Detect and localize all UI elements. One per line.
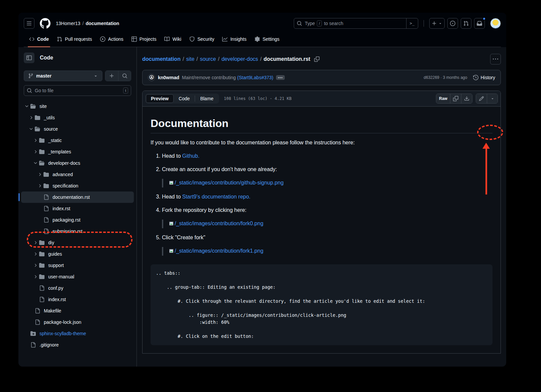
edit-dropdown-button[interactable] xyxy=(487,94,498,103)
issues-button[interactable] xyxy=(447,18,458,29)
hamburger-menu-button[interactable] xyxy=(24,18,34,29)
tree-item-submission-rst[interactable]: submission.rst xyxy=(21,226,134,237)
file-icon xyxy=(30,342,36,348)
rst-code-block[interactable]: .. tabs:: .. group-tab:: Editing an exis… xyxy=(151,264,492,345)
folder-icon xyxy=(39,149,44,154)
search-icon xyxy=(122,73,127,79)
tree-item-gitignore[interactable]: .gitignore xyxy=(21,339,134,351)
tab-security[interactable]: Security xyxy=(187,31,217,47)
chevron-down-icon[interactable] xyxy=(24,104,29,109)
tree-item-specification[interactable]: specification xyxy=(21,180,134,191)
branch-selector[interactable]: master xyxy=(24,71,102,81)
tab-code-view[interactable]: Code xyxy=(174,94,195,103)
download-raw-button[interactable] xyxy=(461,94,472,103)
edit-file-button[interactable] xyxy=(476,94,487,103)
breadcrumb-site-link[interactable]: site xyxy=(186,56,194,62)
repo-owner-link[interactable]: 13Homer13 xyxy=(56,21,80,26)
tree-item-site[interactable]: site xyxy=(21,101,134,112)
tree-item-index-rst-2[interactable]: index.rst xyxy=(21,294,134,305)
breadcrumb-current-file: documentation.rst xyxy=(264,56,310,62)
repo-context-breadcrumb: 13Homer13 / documentation xyxy=(56,21,119,26)
tab-code[interactable]: Code xyxy=(26,31,52,47)
broken-image-icon xyxy=(169,221,174,226)
global-search-input[interactable]: Type / to search >_ xyxy=(294,18,418,29)
commit-ellipsis-button[interactable]: ••• xyxy=(276,75,285,80)
tab-settings[interactable]: Settings xyxy=(252,31,282,47)
caret-down-icon xyxy=(490,97,494,101)
tab-pull-requests[interactable]: Pull requests xyxy=(54,31,95,47)
breadcrumb-source-link[interactable]: source xyxy=(200,56,216,62)
tree-item-package-lock-json[interactable]: package-lock.json xyxy=(21,316,134,328)
file-icon xyxy=(39,285,44,291)
chevron-right-icon[interactable] xyxy=(37,172,42,177)
tree-item-user-manual[interactable]: user-manual xyxy=(21,271,134,282)
tab-blame[interactable]: Blame xyxy=(195,94,218,103)
tree-item-static[interactable]: _static xyxy=(21,135,134,146)
collapse-sidebar-button[interactable] xyxy=(24,52,34,63)
search-tree-button[interactable] xyxy=(118,71,131,81)
tree-item-advanced[interactable]: advanced xyxy=(21,169,134,180)
chevron-right-icon[interactable] xyxy=(33,263,38,268)
start9-docs-repo-link[interactable]: Start9's documentation repo. xyxy=(182,194,250,200)
chevron-right-icon[interactable] xyxy=(33,149,38,154)
tree-item-sphinx-scylladb-theme[interactable]: sphinx-scylladb-theme xyxy=(21,328,134,339)
commit-author-link[interactable]: kn0wmad xyxy=(158,75,179,80)
tree-item-documentation-rst[interactable]: documentation.rst xyxy=(21,191,134,203)
chevron-right-icon[interactable] xyxy=(33,138,38,143)
copy-path-button[interactable] xyxy=(314,56,320,62)
create-new-button[interactable] xyxy=(429,18,445,29)
tree-item-developer-docs[interactable]: developer-docs xyxy=(21,157,134,169)
tab-insights[interactable]: Insights xyxy=(219,31,249,47)
history-button[interactable]: History xyxy=(473,75,495,80)
tree-item-packaging-rst[interactable]: packaging.rst xyxy=(21,214,134,226)
list-item: Head to Github. xyxy=(162,152,492,160)
add-file-button[interactable] xyxy=(105,71,118,81)
file-icon xyxy=(43,217,49,223)
chevron-right-icon[interactable] xyxy=(37,183,42,188)
slash-key-hint: / xyxy=(317,20,322,26)
chevron-right-icon[interactable] xyxy=(33,274,38,279)
tree-item-source[interactable]: source xyxy=(21,123,134,135)
folder-icon xyxy=(39,251,44,257)
list-item: Create an account if you don't have one … xyxy=(162,165,492,187)
chevron-right-icon[interactable] xyxy=(33,252,38,256)
copy-raw-button[interactable] xyxy=(450,94,461,103)
commit-sha-age[interactable]: d632269 · 3 months ago xyxy=(424,75,467,80)
github-link[interactable]: Github. xyxy=(182,153,199,159)
chevron-down-icon[interactable] xyxy=(33,161,38,165)
tab-actions[interactable]: Actions xyxy=(97,31,126,47)
tab-preview[interactable]: Preview xyxy=(146,94,174,103)
image-path-link[interactable]: /_static/images/contribution/fork0.png xyxy=(169,220,263,228)
chevron-right-icon[interactable] xyxy=(29,115,33,120)
tree-item-guides[interactable]: guides xyxy=(21,248,134,260)
breadcrumb-developer-docs-link[interactable]: developer-docs xyxy=(221,56,258,62)
tree-item-makefile[interactable]: Makefile xyxy=(21,305,134,316)
tree-item-conf-py[interactable]: conf.py xyxy=(21,282,134,294)
tree-item-templates[interactable]: _templates xyxy=(21,146,134,157)
tab-wiki[interactable]: Wiki xyxy=(162,31,184,47)
raw-button[interactable]: Raw xyxy=(436,94,450,103)
repo-name-link[interactable]: documentation xyxy=(86,21,119,26)
user-avatar[interactable] xyxy=(490,18,501,29)
tree-item-index-rst[interactable]: index.rst xyxy=(21,203,134,214)
chevron-right-icon[interactable] xyxy=(33,240,38,245)
breadcrumb-repo-link[interactable]: documentation xyxy=(142,56,181,62)
image-path-link[interactable]: /_static/images/contribution/github-sign… xyxy=(169,179,284,187)
tree-item-support[interactable]: support xyxy=(21,260,134,271)
history-icon xyxy=(473,75,478,80)
commit-pr-link[interactable]: (Start9Labs#373) xyxy=(237,75,273,80)
tree-item-diy[interactable]: diy xyxy=(21,237,134,248)
file-kebab-menu-button[interactable] xyxy=(490,54,501,64)
tab-projects[interactable]: Projects xyxy=(129,31,159,47)
image-path-link[interactable]: /_static/images/contribution/fork1.png xyxy=(169,247,263,255)
file-meta-info: 108 lines (63 loc) · 4.21 KB xyxy=(224,96,291,101)
command-palette-icon[interactable]: >_ xyxy=(406,18,418,28)
tree-item-utils[interactable]: _utils xyxy=(21,112,134,123)
sidebar-title: Code xyxy=(40,55,53,61)
github-logo-icon[interactable] xyxy=(40,18,51,29)
commit-author-avatar[interactable]: Ⓐ xyxy=(148,74,155,81)
view-mode-tabs: Preview Code Blame xyxy=(145,94,219,104)
pull-requests-button[interactable] xyxy=(461,18,471,29)
go-to-file-input[interactable]: Go to file t xyxy=(24,85,131,96)
chevron-down-icon[interactable] xyxy=(29,127,33,131)
